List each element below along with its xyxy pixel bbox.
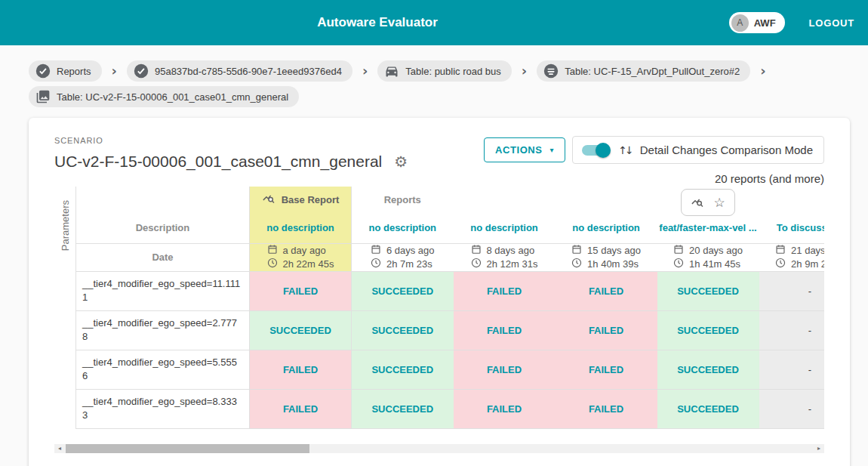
report-description-cell: no description — [556, 212, 657, 243]
report-date: 8 days ago — [487, 244, 535, 257]
breadcrumb-separator-icon: › — [760, 64, 765, 78]
report-description-link[interactable]: feat/faster-max-vel ... — [657, 222, 759, 233]
scroll-left-button[interactable]: ◂ — [54, 444, 65, 453]
status-cell[interactable]: SUCCEEDED — [352, 310, 454, 350]
report-duration: 2h 12m 31s — [487, 258, 538, 270]
table-viewport: Base ReportReports☆Descriptionno descrip… — [75, 187, 824, 429]
results-table: Base ReportReports☆Descriptionno descrip… — [75, 187, 824, 429]
chevron-down-icon: ▾ — [550, 147, 555, 154]
clock-icon — [775, 258, 786, 271]
report-date: 20 days ago — [689, 244, 743, 257]
status-cell[interactable]: SUCCEEDED — [657, 389, 759, 428]
actions-button[interactable]: ACTIONS ▾ — [484, 137, 565, 162]
status-cell[interactable]: SUCCEEDED — [657, 310, 759, 350]
status-cell[interactable]: FAILED — [454, 389, 556, 428]
scenario-controls: ACTIONS ▾ ↑↓ Detail Changes Comparison M… — [484, 136, 824, 185]
status-cell[interactable]: FAILED — [556, 389, 657, 428]
toggle-thumb — [596, 143, 611, 158]
parameter-cell: __tier4_modifier_ego_speed=2.7778 — [76, 310, 250, 350]
report-group-cell — [759, 187, 825, 212]
user-chip[interactable]: A AWF — [729, 12, 785, 33]
report-description-cell: To discuss Ob — [759, 212, 825, 243]
date-header-cell: Date — [76, 243, 250, 271]
status-cell[interactable]: SUCCEEDED — [657, 350, 759, 389]
check-circle-icon — [134, 63, 149, 79]
star-icon[interactable]: ☆ — [713, 196, 725, 209]
report-date: a day ago — [283, 244, 326, 257]
scroll-right-button[interactable]: ▸ — [814, 444, 824, 453]
report-date-cell: 6 days ago2h 7m 23s — [352, 243, 454, 271]
check-circle-icon — [35, 63, 51, 79]
empty-result-cell: - — [759, 389, 825, 428]
swap-vert-icon: ↑↓ — [618, 145, 633, 156]
report-group-cell — [454, 187, 556, 212]
table-description-row: Descriptionno descriptionno descriptionn… — [76, 212, 825, 243]
status-cell[interactable]: FAILED — [556, 271, 657, 310]
status-cell[interactable]: FAILED — [250, 271, 352, 310]
gear-icon[interactable]: ⚙ — [394, 154, 408, 169]
scenario-title-block: SCENARIO UC-v2-F-15-00006_001_case01_cmn… — [54, 136, 408, 171]
breadcrumb-item[interactable]: Reports — [29, 60, 102, 82]
status-cell[interactable]: FAILED — [556, 350, 657, 389]
breadcrumb-item[interactable]: Table: UC-v2-F-15-00006_001_case01_cmn_g… — [29, 86, 299, 107]
status-cell[interactable]: FAILED — [454, 310, 556, 350]
report-date-cell: 15 days ago1h 40m 39s — [556, 243, 657, 271]
breadcrumb-label: Table: UC-v2-F-15-00006_001_case01_cmn_g… — [57, 91, 288, 103]
table-date-row: Datea day ago2h 22m 45s6 days ago2h 7m 2… — [76, 243, 825, 271]
reports-group-label: Reports — [352, 194, 454, 205]
row-axis: Parameters — [54, 187, 75, 429]
app-title: Autoware Evaluator — [317, 15, 438, 30]
report-date: 21 days ago — [791, 244, 824, 257]
report-description-cell: no description — [454, 212, 556, 243]
results-table-zone: Parameters Base ReportReports☆Descriptio… — [54, 187, 824, 429]
report-description-link[interactable]: no description — [250, 222, 351, 233]
status-cell[interactable]: FAILED — [250, 350, 352, 389]
calendar-icon — [371, 244, 381, 258]
breadcrumb-item[interactable]: 95a837bd-c785-55d6-90e7-1eeed9376ed4 — [127, 60, 352, 82]
breadcrumb-separator-icon: › — [362, 64, 368, 78]
horizontal-scrollbar[interactable]: ◂ ▸ — [54, 444, 824, 453]
status-cell[interactable]: SUCCEEDED — [250, 310, 352, 350]
status-cell[interactable]: FAILED — [454, 350, 556, 389]
spacer-cell — [76, 187, 250, 212]
user-name: AWF — [754, 17, 776, 29]
timeline-search-icon — [262, 192, 275, 208]
date-header: Date — [76, 252, 249, 263]
report-date: 15 days ago — [587, 244, 641, 257]
scrollbar-thumb[interactable] — [66, 444, 309, 453]
report-tools: ☆ — [681, 189, 735, 216]
actions-button-label: ACTIONS — [495, 144, 543, 156]
table-group-header-row: Base ReportReports☆ — [76, 187, 825, 212]
base-report-label: Base Report — [282, 194, 340, 205]
status-cell[interactable]: SUCCEEDED — [352, 350, 454, 389]
comparison-mode-toggle[interactable] — [582, 143, 609, 158]
header-right: A AWF LOGOUT — [729, 12, 868, 33]
breadcrumb-label: Table: UC-F-15_ArvDpt_PullOut_zero#2 — [565, 66, 740, 77]
breadcrumb-separator-icon: › — [522, 64, 527, 78]
empty-result-cell: - — [759, 271, 825, 310]
report-description-link[interactable]: no description — [454, 222, 556, 233]
clock-icon — [267, 258, 278, 271]
parameter-cell: __tier4_modifier_ego_speed=5.5556 — [76, 350, 250, 389]
status-cell[interactable]: SUCCEEDED — [352, 271, 454, 310]
status-cell[interactable]: FAILED — [454, 271, 556, 310]
parameter-cell: __tier4_modifier_ego_speed=8.3333 — [76, 389, 250, 428]
breadcrumb-item[interactable]: Table: public road bus — [377, 60, 511, 82]
base-description-cell: no description — [250, 212, 352, 243]
status-cell[interactable]: FAILED — [250, 389, 352, 428]
breadcrumb: Reports›95a837bd-c785-55d6-90e7-1eeed937… — [0, 45, 868, 115]
report-description-link[interactable]: To discuss Ob — [759, 222, 825, 233]
report-description-link[interactable]: no description — [352, 222, 454, 233]
calendar-icon — [267, 244, 278, 258]
clock-icon — [571, 258, 582, 271]
breadcrumb-item[interactable]: Table: UC-F-15_ArvDpt_PullOut_zero#2 — [537, 60, 750, 82]
report-chart-button[interactable] — [691, 196, 704, 209]
report-group-cell: Reports — [352, 187, 454, 212]
status-cell[interactable]: SUCCEEDED — [657, 271, 759, 310]
status-cell[interactable]: SUCCEEDED — [352, 389, 454, 428]
logout-button[interactable]: LOGOUT — [809, 17, 854, 29]
report-description-link[interactable]: no description — [556, 222, 657, 233]
base-date-cell: a day ago2h 22m 45s — [250, 243, 352, 271]
status-cell[interactable]: FAILED — [556, 310, 657, 350]
report-duration: 2h 9m 2 — [791, 258, 824, 270]
